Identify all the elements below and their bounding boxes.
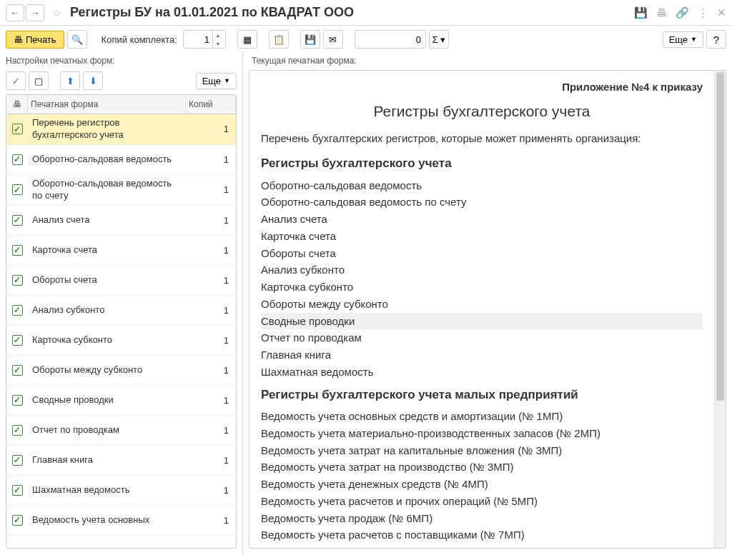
scrollbar-thumb[interactable] [716,72,724,401]
row-checkbox[interactable]: ✓ [6,335,28,346]
row-name: Главная книга [28,451,186,469]
row-checkbox[interactable]: ✓ [6,365,28,376]
table-row[interactable]: ✓Обороты счета1 [6,266,236,296]
row-checkbox[interactable]: ✓ [6,245,28,256]
spin-up-icon[interactable]: ▲ [213,31,223,39]
print-button[interactable]: 🖶 Печать [6,31,64,49]
row-name: Перечень регистров бухгалтерского учета [28,114,186,144]
more-menu-icon[interactable]: ⋮ [698,6,708,19]
main-toolbar: 🖶 Печать 🔍 Копий комплекта: ▲ ▼ ▦ 📋 💾 ✉ … [0,26,732,53]
titlebar: ← → ☆ Регистры БУ на 01.01.2021 по КВАДР… [0,0,732,26]
doc-title: Регистры бухгалтерского учета [261,101,703,122]
table-row[interactable]: ✓Сводные проводки1 [6,386,236,416]
diskette-button[interactable]: 💾 [300,30,320,49]
link-icon[interactable]: 🔗 [676,6,689,19]
row-checkbox[interactable]: ✓ [6,515,28,526]
move-down-button[interactable]: ⬇ [83,71,103,90]
forward-button[interactable]: → [26,4,44,21]
row-checkbox[interactable]: ✓ [6,275,28,286]
row-copies: 1 [186,515,236,526]
row-name: Карточка счета [28,241,186,259]
table-button[interactable]: ▦ [237,30,257,49]
table-row[interactable]: ✓Оборотно-сальдовая ведомость1 [6,145,236,175]
table-row[interactable]: ✓Оборотно-сальдовая ведомость по счету1 [6,175,236,206]
row-name: Сводные проводки [28,391,186,409]
table-row[interactable]: ✓Обороты между субконто1 [6,356,236,386]
table-row[interactable]: ✓Перечень регистров бухгалтерского учета… [6,114,236,145]
close-icon[interactable]: ✕ [717,6,726,19]
forms-grid[interactable]: 🖶 Печатная форма Копий ✓Перечень регистр… [6,94,237,549]
table-row[interactable]: ✓Шахматная ведомость1 [6,476,236,506]
right-panel: Текущая печатная форма: Приложение №4 к … [243,53,732,554]
print-label: Печать [26,34,56,45]
help-button[interactable]: ? [706,30,726,49]
check-all-button[interactable]: ✓ [6,71,26,90]
list-item: Сводные проводки [261,313,703,330]
sum-button[interactable]: Σ ▾ [429,30,449,49]
row-checkbox[interactable]: ✓ [6,485,28,496]
list-item: Анализ субконто [261,261,703,279]
row-checkbox[interactable]: ✓ [6,124,28,134]
doc-button[interactable]: 📋 [269,30,289,49]
row-copies: 1 [186,154,236,165]
move-up-button[interactable]: ⬆ [60,71,80,90]
grid-col-copies[interactable]: Копий [186,95,236,114]
list-item: Оборотно-сальдовая ведомость по счету [261,194,703,211]
list-item: Обороты между субконто [261,296,703,313]
copies-input[interactable] [184,34,212,45]
vertical-scrollbar[interactable] [714,71,726,548]
table-row[interactable]: ✓Отчет по проводкам1 [6,416,236,446]
table-row[interactable]: ✓Анализ субконто1 [6,296,236,326]
table-row[interactable]: ✓Карточка счета1 [6,236,236,266]
row-name: Обороты счета [28,271,186,289]
save-icon[interactable]: 💾 [634,6,648,19]
print-icon[interactable]: 🖶 [656,6,667,19]
table-row[interactable]: ✓Анализ счета1 [6,206,236,236]
copies-spinner[interactable]: ▲ ▼ [183,30,226,49]
row-checkbox[interactable]: ✓ [6,154,28,165]
spin-down-icon[interactable]: ▼ [213,39,223,48]
left-more-button[interactable]: Еще ▼ [196,73,237,89]
back-button[interactable]: ← [6,4,24,21]
table-row[interactable]: ✓Ведомость учета основных1 [6,506,236,536]
list-item: Отчет по проводкам [261,329,703,346]
row-name: Анализ субконто [28,301,186,319]
printer-icon: 🖶 [14,34,23,45]
row-name: Отчет по проводкам [28,421,186,439]
row-checkbox[interactable]: ✓ [6,455,28,466]
table-row[interactable]: ✓Карточка субконто1 [6,326,236,356]
row-checkbox[interactable]: ✓ [6,305,28,316]
grid-col-form[interactable]: Печатная форма [28,95,186,114]
number-input[interactable] [355,30,426,49]
row-checkbox[interactable]: ✓ [6,395,28,406]
favorite-button[interactable]: ☆ [47,4,66,21]
left-header: Настройки печатных форм: [0,53,242,69]
doc-scroll[interactable]: Приложение №4 к приказу Регистры бухгалт… [249,71,714,548]
list-item: Шахматная ведомость [261,364,703,381]
row-copies: 1 [186,455,236,466]
row-checkbox[interactable]: ✓ [6,425,28,436]
row-copies: 1 [186,124,236,134]
row-name: Оборотно-сальдовая ведомость по счету [28,175,186,205]
grid-col-print[interactable]: 🖶 [6,95,28,114]
list-item: Оборотно-сальдовая ведомость [261,177,703,194]
row-checkbox[interactable]: ✓ [6,184,28,195]
list-item: Ведомость учета затрат на капитальные вл… [261,442,703,459]
toolbar-more-button[interactable]: Еще ▼ [663,31,703,48]
table-row[interactable]: ✓Главная книга1 [6,446,236,476]
row-copies: 1 [186,305,236,316]
row-copies: 1 [186,335,236,346]
document-body: Приложение №4 к приказу Регистры бухгалт… [249,71,714,548]
list-item: Анализ счета [261,211,703,228]
preview-button[interactable]: 🔍 [67,30,87,49]
row-copies: 1 [186,485,236,496]
row-copies: 1 [186,215,236,226]
doc-appendix: Приложение №4 к приказу [261,79,703,95]
list-item: Ведомость учета расчетов и прочих операц… [261,493,703,510]
chevron-down-icon: ▼ [224,77,230,84]
uncheck-all-button[interactable]: ▢ [29,71,49,90]
list-item: Ведомость учета денежных средств (№ 4МП) [261,476,703,493]
row-name: Анализ счета [28,211,186,229]
row-checkbox[interactable]: ✓ [6,215,28,226]
mail-button[interactable]: ✉ [323,30,343,49]
